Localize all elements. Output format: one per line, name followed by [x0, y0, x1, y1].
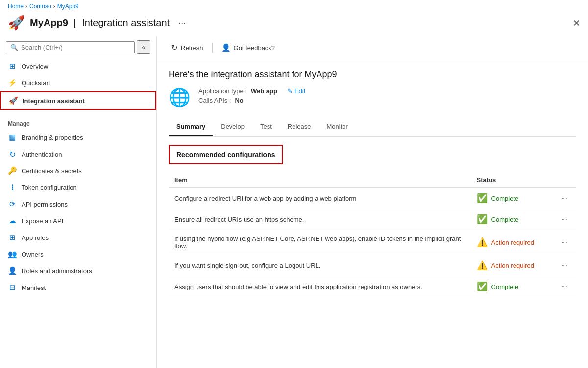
table-row: If you want single sign-out, configure a… — [169, 255, 576, 276]
tab-release[interactable]: Release — [280, 118, 319, 136]
table-cell-actions[interactable]: ··· — [552, 276, 576, 297]
sidebar-item-branding[interactable]: ▦ Branding & properties — [0, 129, 156, 146]
row-more-button[interactable]: ··· — [558, 237, 570, 248]
refresh-icon: ↻ — [172, 43, 178, 52]
row-more-button[interactable]: ··· — [558, 214, 570, 225]
sidebar-item-label: Integration assistant — [23, 97, 85, 105]
feedback-label: Got feedback? — [234, 44, 275, 52]
sidebar-item-label: Owners — [22, 251, 44, 258]
edit-button[interactable]: ✎ Edit — [287, 87, 305, 95]
recommended-config-box: Recommended configurations — [169, 145, 283, 164]
table-cell-actions[interactable]: ··· — [552, 255, 576, 276]
tab-summary[interactable]: Summary — [169, 118, 213, 136]
sidebar-item-certificates[interactable]: 🔑 Certificates & secrets — [0, 162, 156, 179]
sidebar-item-label: Certificates & secrets — [22, 167, 82, 175]
sidebar-item-label: Overview — [22, 63, 48, 70]
table-header-status: Status — [471, 172, 552, 188]
table-cell-actions[interactable]: ··· — [552, 230, 576, 255]
top-bar: 🚀 MyApp9 | Integration assistant ··· ✕ — [0, 10, 588, 36]
manifest-icon: ⊟ — [8, 283, 17, 292]
breadcrumb-contoso[interactable]: Contoso — [29, 3, 51, 10]
sidebar-item-app-roles[interactable]: ⊞ App roles — [0, 229, 156, 246]
sidebar-item-integration-assistant[interactable]: 🚀 Integration assistant — [0, 91, 156, 110]
sidebar-item-overview[interactable]: ⊞ Overview — [0, 58, 156, 75]
table-header-item: Item — [169, 172, 471, 188]
refresh-label: Refresh — [181, 44, 203, 52]
status-warning-icon: ⚠️ — [477, 237, 488, 248]
breadcrumb: Home › Contoso › MyApp9 — [0, 0, 588, 10]
table-cell-item: If you want single sign-out, configure a… — [169, 255, 471, 276]
status-text: Complete — [491, 216, 519, 223]
sidebar-item-label: Manifest — [22, 284, 46, 291]
globe-icon: 🌐 — [169, 87, 191, 108]
tab-develop[interactable]: Develop — [213, 118, 252, 136]
sidebar: 🔍 « ⊞ Overview ⚡ Quickstart 🚀 Integratio… — [0, 36, 157, 368]
collapse-sidebar-button[interactable]: « — [137, 40, 150, 54]
breadcrumb-app[interactable]: MyApp9 — [57, 3, 79, 10]
tabs: Summary Develop Test Release Monitor — [169, 118, 576, 137]
content-body: Here's the integration assistant for MyA… — [157, 59, 588, 307]
tab-monitor[interactable]: Monitor — [319, 118, 356, 136]
feedback-button[interactable]: 👤 Got feedback? — [219, 41, 278, 54]
app-details: Application type : Web app ✎ Edit Calls … — [198, 87, 305, 104]
table-row: Configure a redirect URI for a web app b… — [169, 188, 576, 209]
breadcrumb-home[interactable]: Home — [8, 3, 24, 10]
app-title: MyApp9 | Integration assistant — [30, 17, 170, 28]
sidebar-item-manifest[interactable]: ⊟ Manifest — [0, 279, 156, 296]
table-cell-item: Assign users that should be able to view… — [169, 276, 471, 297]
sidebar-item-owners[interactable]: 👥 Owners — [0, 246, 156, 263]
app-info: 🌐 Application type : Web app ✎ Edit Call… — [169, 87, 576, 108]
sidebar-item-label: App roles — [22, 234, 49, 241]
table-cell-status: ⚠️ Action required — [471, 255, 552, 276]
sidebar-item-label: Quickstart — [22, 79, 50, 87]
close-button[interactable]: ✕ — [573, 18, 580, 28]
sidebar-item-label: Token configuration — [22, 184, 77, 191]
sidebar-item-api-permissions[interactable]: ⟳ API permissions — [0, 196, 156, 212]
table-cell-status: ✅ Complete — [471, 188, 552, 209]
table-cell-status: ⚠️ Action required — [471, 230, 552, 255]
quickstart-icon: ⚡ — [8, 79, 17, 87]
table-cell-item: If using the hybrid flow (e.g ASP.NET Co… — [169, 230, 471, 255]
search-input[interactable] — [21, 44, 130, 51]
tab-test[interactable]: Test — [252, 118, 280, 136]
token-config-icon: ⫶ — [8, 183, 17, 192]
table-row: Assign users that should be able to view… — [169, 276, 576, 297]
calls-api-label: Calls APIs : — [198, 97, 231, 104]
table-cell-status: ✅ Complete — [471, 276, 552, 297]
row-more-button[interactable]: ··· — [558, 281, 570, 292]
edit-label: Edit — [294, 87, 305, 95]
sidebar-item-expose-api[interactable]: ☁ Expose an API — [0, 212, 156, 229]
sidebar-item-label: API permissions — [22, 201, 68, 208]
status-complete-icon: ✅ — [477, 281, 488, 292]
search-box[interactable]: 🔍 — [6, 41, 135, 53]
owners-icon: 👥 — [8, 250, 17, 259]
app-icon: 🚀 — [8, 15, 25, 31]
sidebar-item-label: Roles and administrators — [22, 267, 92, 275]
toolbar: ↻ Refresh 👤 Got feedback? — [157, 36, 588, 59]
more-options-button[interactable]: ··· — [178, 18, 186, 28]
status-text: Action required — [491, 239, 534, 246]
table-cell-actions[interactable]: ··· — [552, 188, 576, 209]
api-permissions-icon: ⟳ — [8, 200, 17, 209]
row-more-button[interactable]: ··· — [558, 193, 570, 204]
table-header-actions — [552, 172, 576, 188]
sidebar-item-roles-admin[interactable]: 👤 Roles and administrators — [0, 263, 156, 279]
sidebar-item-label: Branding & properties — [22, 134, 83, 141]
status-text: Complete — [491, 283, 519, 290]
status-warning-icon: ⚠️ — [477, 260, 488, 271]
table-cell-status: ✅ Complete — [471, 209, 552, 230]
expose-api-icon: ☁ — [8, 216, 17, 225]
sidebar-item-authentication[interactable]: ↻ Authentication — [0, 146, 156, 162]
app-type-value: Web app — [251, 87, 277, 95]
table-cell-actions[interactable]: ··· — [552, 209, 576, 230]
refresh-button[interactable]: ↻ Refresh — [169, 41, 206, 54]
table-row: Ensure all redirect URIs use an https sc… — [169, 209, 576, 230]
sidebar-item-token-config[interactable]: ⫶ Token configuration — [0, 179, 156, 196]
row-more-button[interactable]: ··· — [558, 260, 570, 271]
table-row: If using the hybrid flow (e.g ASP.NET Co… — [169, 230, 576, 255]
app-type-label: Application type : — [198, 87, 247, 95]
sidebar-item-quickstart[interactable]: ⚡ Quickstart — [0, 75, 156, 91]
integration-assistant-icon: 🚀 — [9, 96, 18, 105]
status-text: Complete — [491, 195, 519, 202]
table-cell-item: Configure a redirect URI for a web app b… — [169, 188, 471, 209]
